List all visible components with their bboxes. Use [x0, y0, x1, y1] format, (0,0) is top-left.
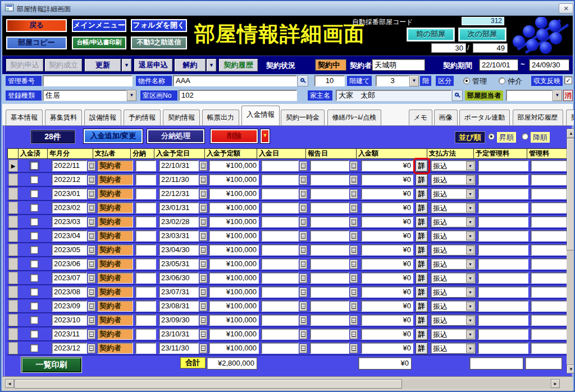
- room-copy-button[interactable]: 部屋コピー: [6, 36, 67, 50]
- paid-checkbox[interactable]: [30, 190, 38, 198]
- due-amount-field[interactable]: ¥100,000: [209, 314, 259, 326]
- due-date-field[interactable]: 23/05/31: [159, 258, 199, 270]
- fee-field[interactable]: [531, 343, 571, 354]
- row-selector[interactable]: [8, 174, 18, 186]
- payment-date-field[interactable]: [261, 314, 299, 326]
- installment-field[interactable]: [135, 160, 156, 171]
- tab-10[interactable]: メモ: [409, 110, 433, 125]
- paid-checkbox[interactable]: [30, 176, 38, 184]
- detail-button[interactable]: 詳: [416, 258, 428, 270]
- calendar-button[interactable]: [199, 231, 207, 241]
- payment-method-select[interactable]: 振込 ▼: [431, 244, 476, 256]
- calendar-button[interactable]: [299, 245, 307, 255]
- due-date-field[interactable]: 23/06/30: [159, 272, 199, 284]
- scroll-right-icon[interactable]: ►: [551, 379, 560, 388]
- scroll-left-icon[interactable]: ◄: [5, 379, 14, 388]
- row-selector[interactable]: [8, 314, 18, 326]
- due-date-field[interactable]: 23/03/31: [159, 230, 199, 241]
- report-date-field[interactable]: [310, 216, 349, 227]
- tab-13[interactable]: 部屋対応履歴: [513, 110, 563, 125]
- calendar-button[interactable]: [88, 189, 95, 199]
- contract-apply-button[interactable]: 契約申込: [6, 58, 44, 72]
- month-field[interactable]: 2023/02: [52, 202, 87, 213]
- amount-field[interactable]: ¥0: [361, 174, 413, 185]
- tab-6[interactable]: 帳票出力: [202, 110, 239, 125]
- staff-clear-button[interactable]: 消: [563, 90, 573, 101]
- payment-method-select[interactable]: 振込 ▼: [431, 329, 476, 340]
- due-amount-field[interactable]: ¥100,000: [209, 300, 259, 312]
- detail-button[interactable]: 詳: [416, 314, 428, 326]
- room-no-field[interactable]: 102: [179, 90, 297, 101]
- calendar-button[interactable]: [199, 245, 207, 255]
- division-kanri-radio[interactable]: [463, 78, 470, 84]
- tab-2[interactable]: 募集賃料: [45, 110, 82, 125]
- detail-button[interactable]: 詳: [416, 300, 428, 312]
- calendar-button[interactable]: [199, 259, 207, 269]
- fee-field[interactable]: [531, 174, 571, 185]
- calendar-button[interactable]: [199, 288, 207, 297]
- row-selector[interactable]: [8, 216, 18, 228]
- terminate-dropdown-button[interactable]: ▼: [206, 58, 217, 72]
- calendar-button[interactable]: [299, 330, 307, 339]
- calendar-button[interactable]: [299, 259, 307, 269]
- paid-checkbox[interactable]: [30, 260, 38, 268]
- detail-button[interactable]: 詳: [416, 202, 428, 214]
- period-from-field[interactable]: 22/10/01: [479, 59, 518, 71]
- month-field[interactable]: 2022/12: [52, 174, 87, 185]
- due-amount-field[interactable]: ¥100,000: [209, 272, 259, 284]
- calendar-button[interactable]: [350, 288, 358, 297]
- payment-date-field[interactable]: [261, 329, 299, 340]
- calendar-button[interactable]: [88, 161, 95, 171]
- payment-method-select[interactable]: 振込 ▼: [431, 300, 476, 312]
- paid-checkbox[interactable]: [30, 246, 38, 254]
- calendar-button[interactable]: [88, 344, 95, 353]
- due-amount-field[interactable]: ¥100,000: [209, 216, 259, 227]
- calendar-button[interactable]: [88, 203, 95, 213]
- report-date-field[interactable]: [310, 174, 349, 185]
- amount-field[interactable]: ¥0: [361, 244, 413, 256]
- tab-11[interactable]: 画像: [434, 110, 458, 125]
- row-selector[interactable]: [8, 258, 18, 270]
- report-date-field[interactable]: [310, 329, 349, 340]
- renew-dropdown-button[interactable]: ▼: [121, 58, 132, 72]
- report-date-field[interactable]: [310, 286, 349, 298]
- row-selector[interactable]: ▶: [8, 159, 18, 172]
- calendar-button[interactable]: [299, 175, 307, 185]
- payer-field[interactable]: 契約者: [97, 300, 133, 312]
- reg-type-field[interactable]: 住居: [43, 90, 127, 101]
- due-date-field[interactable]: 23/11/30: [159, 343, 199, 354]
- row-selector[interactable]: [8, 328, 18, 340]
- amount-field[interactable]: ¥0: [361, 258, 413, 270]
- fee-field[interactable]: [531, 230, 571, 241]
- payment-method-select[interactable]: 振込 ▼: [431, 286, 476, 298]
- amount-field[interactable]: ¥0: [361, 216, 413, 227]
- planned-fee-field[interactable]: [478, 202, 528, 213]
- paid-checkbox[interactable]: [30, 344, 38, 352]
- amount-field[interactable]: ¥0: [361, 188, 413, 199]
- fee-field[interactable]: [531, 300, 571, 312]
- due-amount-field[interactable]: ¥100,000: [209, 160, 259, 171]
- paid-checkbox[interactable]: [30, 330, 38, 338]
- report-date-field[interactable]: [310, 272, 349, 284]
- row-selector[interactable]: [8, 230, 18, 242]
- payer-field[interactable]: 契約者: [97, 230, 133, 241]
- delete-button[interactable]: 削除: [210, 129, 258, 144]
- payer-field[interactable]: 契約者: [97, 314, 133, 326]
- installment-field[interactable]: [135, 202, 156, 213]
- calendar-button[interactable]: [199, 217, 207, 227]
- fee-field[interactable]: [531, 160, 571, 171]
- payer-field[interactable]: 契約者: [97, 174, 133, 185]
- tab-7[interactable]: 入金情報: [241, 106, 280, 125]
- tab-1[interactable]: 基本情報: [6, 110, 43, 125]
- contract-history-button[interactable]: 契約履歴: [218, 58, 258, 72]
- paid-checkbox[interactable]: [30, 316, 38, 324]
- calendar-button[interactable]: [88, 217, 95, 227]
- paid-checkbox[interactable]: [30, 274, 38, 282]
- month-field[interactable]: 2023/05: [52, 244, 87, 256]
- due-date-field[interactable]: 23/01/31: [159, 202, 199, 213]
- detail-button[interactable]: 詳: [416, 160, 428, 172]
- installment-field[interactable]: [135, 258, 156, 270]
- period-to-field[interactable]: 24/09/30: [529, 59, 569, 71]
- due-amount-field[interactable]: ¥100,000: [209, 230, 259, 241]
- calendar-button[interactable]: [88, 288, 95, 297]
